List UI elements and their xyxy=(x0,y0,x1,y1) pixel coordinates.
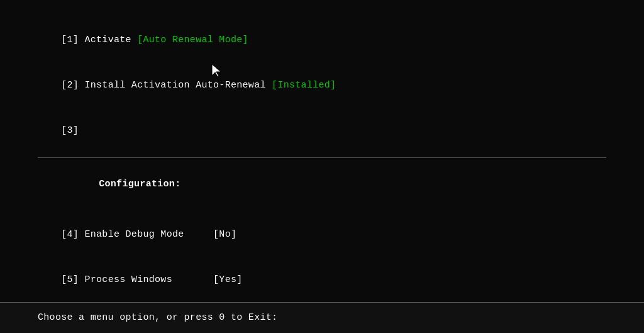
menu-item-5[interactable]: [5] Process Windows [Yes] xyxy=(38,257,606,303)
menu-item-4-key: [4] Enable Debug Mode xyxy=(61,229,213,240)
menu-item-1[interactable]: [1] Activate [Auto Renewal Mode] xyxy=(38,18,606,63)
menu-item-3[interactable]: [3] xyxy=(38,108,606,154)
menu-item-4-value: [No] xyxy=(213,229,236,240)
bottom-prompt-bar: Choose a menu option, or press 0 to Exit… xyxy=(0,302,644,333)
menu-item-2-highlight: [Installed] xyxy=(272,80,336,91)
menu-item-1-highlight: [Auto Renewal Mode] xyxy=(137,35,248,45)
menu-item-3-text: [3] xyxy=(61,125,84,136)
menu-item-5-value: [Yes] xyxy=(213,274,243,285)
divider-1 xyxy=(38,157,606,158)
config-header: Configuration: xyxy=(38,162,606,207)
terminal-window: [1] Activate [Auto Renewal Mode] [2] Ins… xyxy=(0,0,644,333)
menu-item-2[interactable]: [2] Install Activation Auto-Renewal [Ins… xyxy=(38,63,606,108)
menu-item-5-key: [5] Process Windows xyxy=(61,274,213,285)
menu-item-4[interactable]: [4] Enable Debug Mode [No] xyxy=(38,212,606,257)
menu-item-2-text: [2] Install Activation Auto-Renewal xyxy=(61,80,272,91)
prompt-text[interactable]: Choose a menu option, or press 0 to Exit… xyxy=(38,312,277,323)
menu-item-1-prefix: [1] Activate xyxy=(61,35,137,45)
